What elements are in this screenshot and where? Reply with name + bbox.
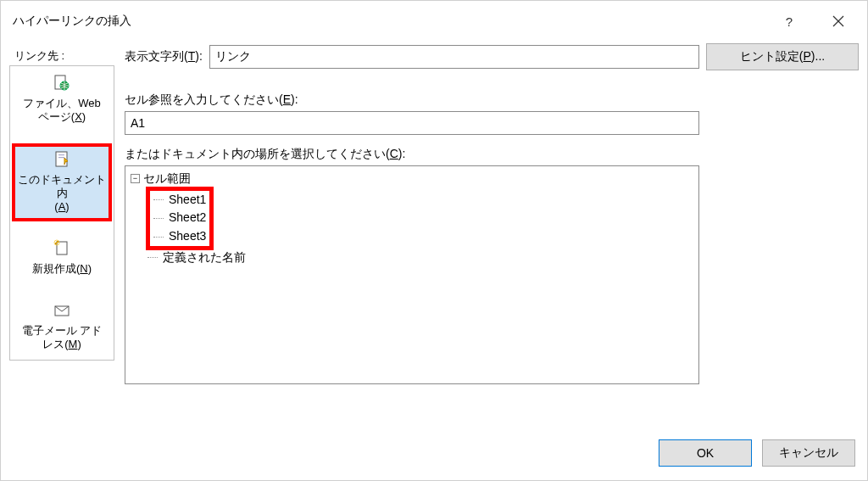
- email-icon: [52, 300, 72, 321]
- place-in-document-label: またはドキュメント内の場所を選択してください(C):: [125, 147, 405, 160]
- document-bookmark-icon: [52, 149, 72, 170]
- cell-reference-label: セル参照を入力してください(E):: [125, 92, 298, 106]
- globe-file-icon: [52, 73, 72, 93]
- sidebar-item-email-address[interactable]: 電子メール アド レス(M): [14, 297, 110, 357]
- cell-reference-input[interactable]: [125, 111, 699, 135]
- sidebar-item-create-new[interactable]: 新規作成(N): [14, 235, 110, 281]
- insert-hyperlink-dialog: ハイパーリンクの挿入 ? リンク先 :: [0, 0, 868, 481]
- display-text-label: 表示文字列(T):: [125, 49, 203, 64]
- tree-leaf-defined-names[interactable]: 定義された名前: [147, 249, 693, 267]
- display-text-input[interactable]: [209, 45, 699, 69]
- tree-children: Sheet1 Sheet2 Sheet3 定義された名前: [139, 188, 693, 267]
- new-document-icon: [52, 238, 72, 259]
- sidebar-item-label: 電子メール アド レス(M): [22, 324, 103, 352]
- link-to-label: リンク先 :: [9, 42, 114, 65]
- sheets-highlight-group: Sheet1 Sheet2 Sheet3: [147, 188, 212, 249]
- collapse-icon[interactable]: −: [131, 174, 140, 183]
- tree-root-cell-range[interactable]: − セル範囲 Sheet1 Sheet2 Sheet3 定義された名前: [131, 170, 693, 266]
- dialog-body: リンク先 : ファイル、Web ページ(X): [1, 42, 867, 480]
- link-to-sidebar: ファイル、Web ページ(X): [9, 65, 114, 361]
- sidebar-item-this-document[interactable]: このドキュメント内 (A): [14, 145, 110, 221]
- cell-reference-section: セル参照を入力してください(E):: [125, 92, 859, 135]
- svg-rect-7: [57, 242, 67, 254]
- tree-root-label: セル範囲: [143, 170, 191, 188]
- help-icon[interactable]: ?: [781, 13, 798, 30]
- sidebar-item-label: ファイル、Web ページ(X): [23, 97, 101, 125]
- svg-rect-5: [58, 154, 64, 155]
- title-controls: ?: [781, 4, 855, 38]
- display-text-row: 表示文字列(T): ヒント設定(P)...: [125, 43, 859, 70]
- tree-leaf-sheet2[interactable]: Sheet2: [153, 209, 206, 227]
- titlebar: ハイパーリンクの挿入 ?: [1, 1, 867, 42]
- place-in-document-section: またはドキュメント内の場所を選択してください(C): − セル範囲 Sheet1: [125, 147, 859, 384]
- sidebar-item-label: 新規作成(N): [32, 262, 92, 276]
- dialog-footer: OK キャンセル: [9, 431, 859, 472]
- close-icon[interactable]: [821, 4, 855, 38]
- screen-tip-button[interactable]: ヒント設定(P)...: [706, 43, 859, 70]
- content-panel: 表示文字列(T): ヒント設定(P)... セル参照を入力してください(E):: [114, 42, 859, 431]
- svg-rect-6: [58, 157, 64, 158]
- main-row: リンク先 : ファイル、Web ページ(X): [9, 42, 859, 431]
- place-in-document-tree[interactable]: − セル範囲 Sheet1 Sheet2 Sheet3 定義された名前: [125, 165, 699, 384]
- cancel-button[interactable]: キャンセル: [762, 439, 855, 467]
- tree-leaf-sheet1[interactable]: Sheet1: [153, 191, 206, 210]
- tree-leaf-sheet3[interactable]: Sheet3: [153, 227, 206, 246]
- sidebar-item-file-webpage[interactable]: ファイル、Web ページ(X): [14, 70, 110, 130]
- dialog-title: ハイパーリンクの挿入: [13, 14, 131, 29]
- sidebar-item-label: このドキュメント内 (A): [16, 173, 108, 215]
- ok-button[interactable]: OK: [659, 439, 752, 467]
- sidebar-wrap: リンク先 : ファイル、Web ページ(X): [9, 42, 114, 431]
